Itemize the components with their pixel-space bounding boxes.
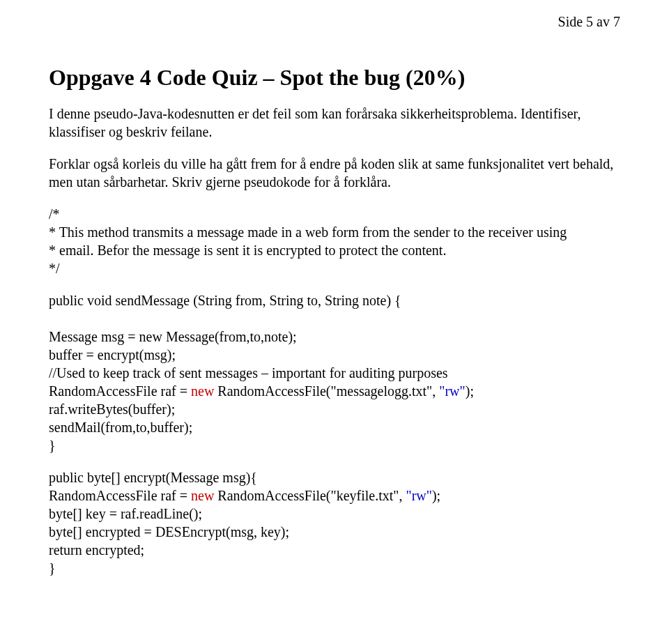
code-line: byte[] key = raf.readLine(); bbox=[49, 506, 202, 521]
keyword-new: new bbox=[191, 488, 214, 503]
keyword-new: new bbox=[191, 383, 214, 399]
string-literal: "rw" bbox=[439, 383, 465, 399]
page-container: Side 5 av 7 Oppgave 4 Code Quiz – Spot t… bbox=[0, 0, 669, 619]
code-line: byte[] encrypted = DESEncrypt(msg, key); bbox=[49, 524, 289, 539]
code-line: RandomAccessFile raf = bbox=[49, 383, 191, 399]
code-line: ); bbox=[432, 488, 440, 503]
code-line: RandomAccessFile raf = bbox=[49, 488, 191, 503]
task-title: Oppgave 4 Code Quiz – Spot the bug (20%) bbox=[49, 65, 620, 91]
code-line: public void sendMessage (String from, St… bbox=[49, 293, 401, 308]
code-line: buffer = encrypt(msg); bbox=[49, 347, 176, 362]
code-line: Message msg = new Message(from,to,note); bbox=[49, 329, 297, 344]
code-block-1: public void sendMessage (String from, St… bbox=[49, 291, 620, 454]
code-line: ); bbox=[466, 383, 474, 399]
intro-paragraph-2: Forklar også korleis du ville ha gått fr… bbox=[49, 155, 620, 191]
code-line: } bbox=[49, 560, 56, 576]
code-line: raf.writeBytes(buffer); bbox=[49, 401, 175, 417]
code-line: } bbox=[49, 438, 56, 453]
intro-paragraph-1: I denne pseudo-Java-kodesnutten er det f… bbox=[49, 105, 620, 141]
comment-block: /* * This method transmits a message mad… bbox=[49, 205, 620, 277]
page-number: Side 5 av 7 bbox=[49, 14, 620, 30]
code-line: //Used to keep track of sent messages – … bbox=[49, 365, 448, 381]
code-line: RandomAccessFile("messagelogg.txt", bbox=[214, 383, 439, 399]
code-line: RandomAccessFile("keyfile.txt", bbox=[214, 488, 406, 503]
string-literal: "rw" bbox=[406, 488, 432, 503]
code-line: return encrypted; bbox=[49, 542, 144, 558]
code-line: sendMail(from,to,buffer); bbox=[49, 420, 192, 435]
code-line: public byte[] encrypt(Message msg){ bbox=[49, 470, 257, 485]
code-block-2: public byte[] encrypt(Message msg){ Rand… bbox=[49, 468, 620, 577]
